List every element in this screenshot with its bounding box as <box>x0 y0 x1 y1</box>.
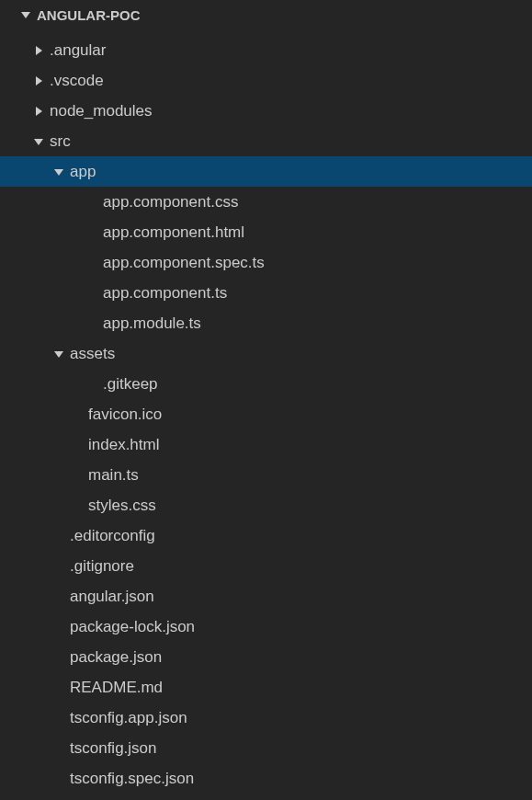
tree-item-label: tsconfig.json <box>70 739 157 758</box>
tree-item-label: node_modules <box>50 102 153 120</box>
file-tree: .angular.vscodenode_modulessrcappapp.com… <box>0 29 532 794</box>
tree-item-label: app <box>70 163 96 181</box>
chevron-down-icon <box>51 165 66 179</box>
tree-file[interactable]: styles.css <box>0 490 532 520</box>
chevron-down-icon <box>18 7 33 22</box>
tree-file[interactable]: tsconfig.json <box>0 733 532 763</box>
tree-folder[interactable]: .vscode <box>0 65 532 96</box>
tree-item-label: .angular <box>50 41 106 60</box>
tree-item-label: README.md <box>70 679 163 697</box>
tree-folder[interactable]: app <box>0 156 532 187</box>
tree-item-label: app.component.html <box>103 223 244 242</box>
tree-item-label: app.component.spec.ts <box>103 254 265 272</box>
tree-file[interactable]: app.component.html <box>0 217 532 247</box>
tree-item-label: index.html <box>88 436 159 454</box>
tree-file[interactable]: .gitkeep <box>0 369 532 399</box>
chevron-right-icon <box>31 43 46 58</box>
tree-item-label: assets <box>70 345 115 363</box>
tree-item-label: tsconfig.spec.json <box>70 770 194 788</box>
tree-file[interactable]: favicon.ico <box>0 399 532 429</box>
chevron-right-icon <box>31 104 46 119</box>
chevron-right-icon <box>31 74 46 88</box>
tree-item-label: tsconfig.app.json <box>70 709 187 727</box>
tree-folder[interactable]: .angular <box>0 35 532 65</box>
tree-file[interactable]: main.ts <box>0 460 532 490</box>
tree-item-label: package.json <box>70 648 162 667</box>
tree-file[interactable]: README.md <box>0 672 532 703</box>
chevron-down-icon <box>51 347 66 361</box>
tree-item-label: app.component.ts <box>103 284 227 303</box>
tree-item-label: styles.css <box>88 497 156 515</box>
tree-file[interactable]: app.component.css <box>0 187 532 217</box>
tree-item-label: app.component.css <box>103 193 238 211</box>
file-explorer: ANGULAR-POC .angular.vscodenode_moduless… <box>0 0 532 800</box>
tree-item-label: .editorconfig <box>70 527 155 545</box>
tree-folder[interactable]: assets <box>0 338 532 369</box>
tree-file[interactable]: .editorconfig <box>0 520 532 551</box>
tree-item-label: angular.json <box>70 588 154 606</box>
tree-file[interactable]: package-lock.json <box>0 611 532 642</box>
chevron-down-icon <box>31 134 46 149</box>
tree-file[interactable]: angular.json <box>0 581 532 611</box>
tree-item-label: main.ts <box>88 466 139 485</box>
explorer-root-header[interactable]: ANGULAR-POC <box>0 0 532 29</box>
tree-item-label: .vscode <box>50 72 104 90</box>
tree-folder[interactable]: src <box>0 126 532 156</box>
tree-item-label: src <box>50 132 71 151</box>
tree-item-label: .gitignore <box>70 557 134 576</box>
tree-item-label: package-lock.json <box>70 618 195 636</box>
tree-file[interactable]: app.component.ts <box>0 278 532 308</box>
tree-item-label: favicon.ico <box>88 406 162 424</box>
tree-item-label: .gitkeep <box>103 375 158 394</box>
tree-item-label: app.module.ts <box>103 314 201 333</box>
tree-file[interactable]: .gitignore <box>0 551 532 581</box>
tree-file[interactable]: tsconfig.spec.json <box>0 763 532 794</box>
tree-file[interactable]: index.html <box>0 429 532 460</box>
tree-file[interactable]: app.component.spec.ts <box>0 247 532 278</box>
tree-folder[interactable]: node_modules <box>0 96 532 126</box>
tree-file[interactable]: tsconfig.app.json <box>0 703 532 733</box>
tree-file[interactable]: app.module.ts <box>0 308 532 338</box>
root-folder-name: ANGULAR-POC <box>37 7 141 23</box>
tree-file[interactable]: package.json <box>0 642 532 672</box>
